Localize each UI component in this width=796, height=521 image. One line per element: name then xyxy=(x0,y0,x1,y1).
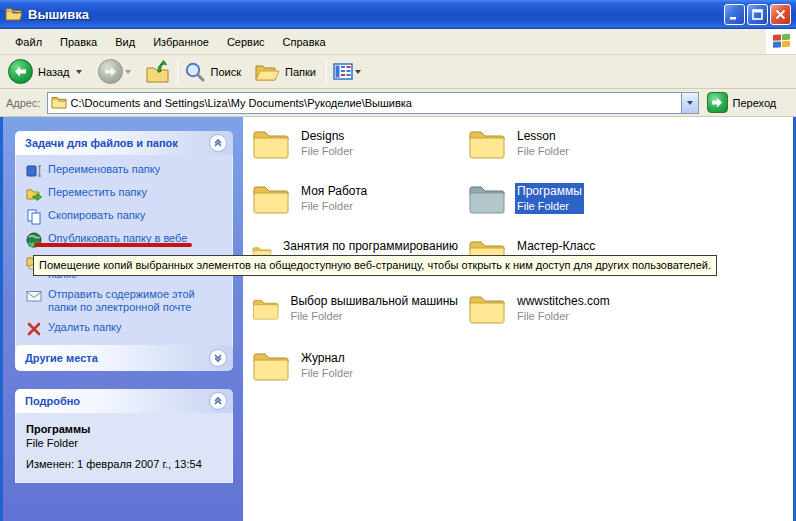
task-label: Переместить папку xyxy=(48,186,147,199)
details-modified: Изменен: 1 февраля 2007 г., 13:54 xyxy=(26,458,224,470)
file-tasks-panel: Задачи для файлов и папок Переименовать … xyxy=(15,131,233,348)
folder-icon xyxy=(468,128,506,160)
file-type: File Folder xyxy=(517,309,610,323)
details-panel: Подробно Программы File Folder Изменен: … xyxy=(15,389,233,483)
delete-icon xyxy=(26,321,42,337)
window-title: Вышивка xyxy=(28,7,89,22)
views-icon xyxy=(333,63,353,80)
address-bar: Адрес: C:\Documents and Settings\Liza\My… xyxy=(0,89,796,117)
task-move-folder[interactable]: Переместить папку xyxy=(26,186,226,202)
details-body: Программы File Folder Изменен: 1 февраля… xyxy=(15,413,233,483)
views-dropdown-icon[interactable] xyxy=(355,70,361,74)
publish-task-tooltip: Помещение копий выбранных элементов на о… xyxy=(33,255,717,276)
file-name: Мастер-Класс xyxy=(517,239,595,254)
task-rename-folder[interactable]: Переименовать папку xyxy=(26,163,226,179)
other-places-header[interactable]: Другие места xyxy=(15,345,233,371)
copy-icon xyxy=(26,209,42,225)
window-folder-icon xyxy=(5,7,23,22)
file-tasks-body: Переименовать папку Переместить папку Ск… xyxy=(15,155,233,348)
task-label: Скопировать папку xyxy=(48,209,145,222)
file-name: Программы xyxy=(517,184,582,199)
details-header[interactable]: Подробно xyxy=(15,389,233,413)
chevron-down-icon[interactable] xyxy=(209,349,227,367)
email-icon xyxy=(26,288,42,304)
task-email-folder[interactable]: Отправить содержимое этой папки по элект… xyxy=(26,288,226,314)
folder-icon xyxy=(252,183,290,215)
task-delete-folder[interactable]: Удалить папку xyxy=(26,321,226,337)
file-type: File Folder xyxy=(517,199,582,213)
close-button[interactable] xyxy=(770,4,791,25)
back-icon xyxy=(8,59,33,84)
file-tile-zhurnal[interactable]: Журнал File Folder xyxy=(252,350,460,396)
rename-icon xyxy=(26,163,42,179)
explorer-window: Вышивка Файл Правка Вид Избранное Сервис… xyxy=(0,0,796,521)
folder-icon xyxy=(252,128,290,160)
task-label: Удалить папку xyxy=(48,321,122,334)
file-list-area[interactable]: Designs File Folder Lesson File Folder М… xyxy=(243,117,793,521)
chevron-down-icon xyxy=(687,101,693,105)
details-file-type: File Folder xyxy=(26,437,224,449)
go-arrow-icon xyxy=(707,92,728,113)
move-folder-icon xyxy=(26,186,42,202)
forward-icon xyxy=(98,59,123,84)
search-button[interactable]: Поиск xyxy=(184,55,245,88)
menu-edit[interactable]: Правка xyxy=(51,30,106,54)
file-name: Designs xyxy=(301,129,353,144)
back-button[interactable]: Назад xyxy=(8,55,88,88)
menu-help[interactable]: Справка xyxy=(274,30,335,54)
window-border-left xyxy=(0,117,3,521)
back-dropdown-icon[interactable] xyxy=(76,70,82,74)
address-label: Адрес: xyxy=(6,97,41,109)
task-label: Переименовать папку xyxy=(48,163,160,176)
forward-button[interactable] xyxy=(98,55,137,88)
folders-button[interactable]: Папки xyxy=(255,55,320,88)
file-name: Выбор вышивальной машины xyxy=(290,294,458,309)
folder-icon xyxy=(468,293,506,325)
menu-view[interactable]: Вид xyxy=(106,30,144,54)
file-type: File Folder xyxy=(517,144,569,158)
file-tasks-title: Задачи для файлов и папок xyxy=(25,137,178,149)
menu-tools[interactable]: Сервис xyxy=(218,30,274,54)
other-places-title: Другие места xyxy=(25,352,98,364)
task-label: Отправить содержимое этой папки по элект… xyxy=(48,288,220,314)
chevron-up-icon[interactable] xyxy=(209,392,227,410)
task-copy-folder[interactable]: Скопировать папку xyxy=(26,209,226,225)
file-tile-moya-rabota[interactable]: Моя Работа File Folder xyxy=(252,183,460,229)
menu-favorites[interactable]: Избранное xyxy=(144,30,218,54)
file-name: Занятия по программированию xyxy=(283,239,458,254)
file-name: Lesson xyxy=(517,129,569,144)
title-bar: Вышивка xyxy=(0,0,796,29)
file-type: File Folder xyxy=(290,309,458,323)
search-label: Поиск xyxy=(211,66,241,78)
up-button[interactable] xyxy=(145,55,171,88)
maximize-button[interactable] xyxy=(747,4,768,25)
task-sidebar: Задачи для файлов и папок Переименовать … xyxy=(3,117,243,521)
folders-label: Папки xyxy=(285,66,316,78)
file-tile-vybor-mashiny[interactable]: Выбор вышивальной машины File Folder xyxy=(252,293,460,339)
toolbar-separator xyxy=(326,59,327,85)
file-tile-lesson[interactable]: Lesson File Folder xyxy=(468,128,676,174)
file-type: File Folder xyxy=(301,144,353,158)
folder-icon xyxy=(468,183,506,215)
file-tile-wwwstitches[interactable]: wwwstitches.com File Folder xyxy=(468,293,676,339)
minimize-button[interactable] xyxy=(724,4,745,25)
file-name: Моя Работа xyxy=(301,184,367,199)
toolbar-separator xyxy=(177,59,178,85)
file-tile-designs[interactable]: Designs File Folder xyxy=(252,128,460,174)
file-type: File Folder xyxy=(301,366,353,380)
go-button[interactable]: Переход xyxy=(707,92,777,113)
address-folder-icon xyxy=(51,96,67,109)
file-tasks-header[interactable]: Задачи для файлов и папок xyxy=(15,131,233,155)
chevron-up-icon[interactable] xyxy=(209,134,227,152)
other-places-panel: Другие места xyxy=(15,345,233,371)
search-icon xyxy=(184,61,206,83)
address-input[interactable]: C:\Documents and Settings\Liza\My Docume… xyxy=(47,92,699,114)
file-tile-programmy-selected[interactable]: Программы File Folder xyxy=(468,183,676,229)
address-dropdown-button[interactable] xyxy=(681,93,698,113)
toolbar: Назад Поиск xyxy=(0,55,796,89)
menu-file[interactable]: Файл xyxy=(6,30,51,54)
red-underline-annotation xyxy=(34,243,192,247)
file-name: Журнал xyxy=(301,351,353,366)
views-button[interactable] xyxy=(333,55,367,88)
folders-icon xyxy=(255,62,280,82)
